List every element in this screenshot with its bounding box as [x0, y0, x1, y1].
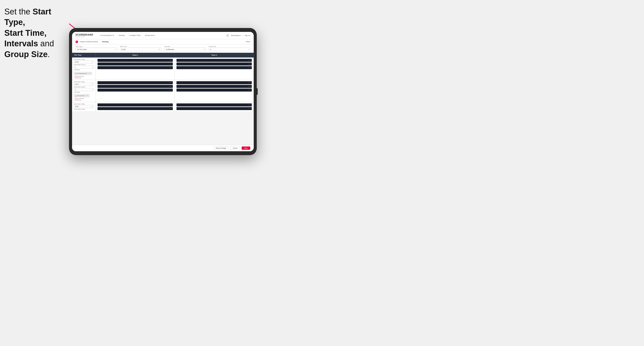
player-edit-icon[interactable]: ○: [250, 67, 251, 68]
player-x-icon[interactable]: ×: [170, 108, 170, 109]
player-edit-icon[interactable]: ○: [171, 82, 172, 83]
highlight-group-size: Group Size: [4, 50, 48, 59]
start-time-select[interactable]: 10:00 ⏱: [120, 48, 162, 51]
intervals-value: 10 Minutes: [166, 48, 174, 50]
tablet-screen: SCOREBOARD Powered by clippd TOURNAMENTS…: [72, 32, 254, 151]
player-x-icon[interactable]: ×: [170, 86, 170, 87]
group-3-left: STARTING TIME: 10:20 ⏱ STARTING HOLE:: [72, 102, 96, 112]
intervals-select[interactable]: 10 Minutes ▾: [164, 48, 206, 51]
back-button[interactable]: ‹ Back: [245, 41, 250, 43]
player-edit-icon[interactable]: ○: [250, 60, 251, 61]
player-x-icon[interactable]: ×: [248, 82, 250, 83]
start-time-group: Start Time 10:00 ⏱: [120, 46, 162, 51]
group-2-team1: × ○ × ○ × ○: [96, 80, 175, 102]
player-x-icon[interactable]: ×: [248, 60, 250, 61]
nav-teams[interactable]: TEAMS: [118, 34, 125, 37]
player-x-icon[interactable]: ×: [170, 82, 170, 83]
col-header-team1: Team 1: [96, 53, 175, 57]
group-1-team1: × ○ × ○ × ○: [96, 57, 175, 80]
player-edit-icon[interactable]: ○: [250, 63, 251, 65]
start-type-select[interactable]: 1st Tee Start ▾: [76, 48, 117, 51]
col-header-tee-time: Tee Time: [72, 53, 96, 57]
cancel-button[interactable]: Cancel: [230, 146, 240, 150]
group-2-hole-label: STARTING HOLE:: [74, 86, 94, 88]
player-edit-icon[interactable]: ○: [171, 67, 172, 68]
player-edit-icon[interactable]: ○: [171, 63, 172, 65]
logo-sub: Powered by clippd: [76, 36, 93, 37]
group-2-add-group[interactable]: + Add Group: [74, 99, 94, 101]
player-x-icon[interactable]: ×: [248, 108, 250, 109]
player-edit-icon[interactable]: ○: [171, 104, 172, 106]
start-time-label: Start Time: [120, 46, 162, 47]
group-size-value: 3: [210, 48, 211, 50]
player-x-icon[interactable]: ×: [170, 63, 170, 65]
group-3-time-input[interactable]: 10:20 ⏱: [74, 105, 94, 108]
nav-rankings[interactable]: RANKINGS: [145, 34, 155, 37]
group-2-course-label: COURSE:: [74, 92, 94, 93]
group-1-left: STARTING TIME: 10:00 ⏱ STARTING HOLE: 1 …: [72, 57, 96, 80]
player-x-icon[interactable]: ×: [248, 63, 250, 65]
group-1-remove-group[interactable]: ○Remove Group: [74, 76, 94, 77]
reset-changes-button[interactable]: Reset Changes: [214, 146, 229, 150]
group-2-course-edit[interactable]: ✎: [87, 95, 88, 97]
player-edit-icon[interactable]: ○: [171, 89, 172, 91]
group-1-team2: × ○ × ○ × ○: [175, 57, 254, 80]
group-2-team1-player3: × ○: [98, 89, 173, 92]
group-2-course-remove-x[interactable]: ×: [86, 95, 86, 97]
group-size-chevron: ▾: [248, 49, 249, 50]
player-x-icon[interactable]: ×: [170, 60, 170, 61]
breadcrumb-section: Hosting: [102, 41, 108, 43]
start-type-chevron: ▾: [115, 49, 116, 50]
course-2-icon: ⛳: [75, 95, 76, 97]
sign-out-link[interactable]: Sign out: [245, 35, 250, 36]
nav-tournaments[interactable]: TOURNAMENTS: [100, 34, 114, 37]
breadcrumb-tournament[interactable]: Clippd Invitational (Mar): [80, 41, 98, 43]
group-2-remove-group[interactable]: ○Remove Group: [74, 98, 94, 99]
table-header: Tee Time Team 1 Team 2: [72, 53, 254, 57]
highlight-intervals: Intervals: [4, 39, 38, 48]
group-size-select[interactable]: 3 ▾: [209, 48, 250, 51]
group-1-course-remove-x[interactable]: ×: [88, 73, 89, 74]
player-edit-icon[interactable]: ○: [250, 82, 251, 83]
controls-row: Start Type 1st Tee Start ▾ Start Time 10…: [72, 44, 254, 53]
instruction-panel: Set the Start Type, Start Time, Interval…: [4, 6, 73, 60]
group-1-course-edit[interactable]: ✎: [90, 73, 91, 74]
group-1-add-group[interactable]: + Add Group: [74, 77, 94, 78]
group-1-course-label: COURSE:: [74, 69, 94, 70]
save-button[interactable]: Save: [242, 147, 250, 150]
player-edit-icon[interactable]: ○: [250, 108, 251, 109]
start-type-value: 1st Tee Start: [77, 48, 87, 50]
group-2-time-input[interactable]: 10:10 ⏱: [74, 83, 94, 86]
player-x-icon[interactable]: ×: [170, 89, 170, 91]
col-header-team2: Team 2: [175, 53, 254, 57]
group-1-team2-player2: × ○: [176, 62, 252, 65]
player-edit-icon[interactable]: ○: [250, 89, 251, 91]
group-2-team2-player2: × ○: [176, 85, 252, 88]
player-x-icon[interactable]: ×: [248, 67, 250, 68]
player-x-icon[interactable]: ×: [248, 104, 250, 106]
nav-committee[interactable]: COMMITTEE: [129, 34, 141, 37]
group-2-hole-input[interactable]: 1 ▾: [74, 88, 94, 91]
course-icon: ⛳: [75, 73, 76, 74]
group-row-1: STARTING TIME: 10:00 ⏱ STARTING HOLE: 1 …: [72, 57, 254, 80]
player-edit-icon[interactable]: ○: [250, 104, 251, 106]
action-bar: Reset Changes Cancel Save: [72, 145, 254, 151]
player-x-icon[interactable]: ×: [248, 89, 250, 91]
start-time-value: 10:00: [122, 48, 126, 50]
player-x-icon[interactable]: ×: [248, 86, 250, 87]
player-edit-icon[interactable]: ○: [171, 108, 172, 109]
group-1-hole-input[interactable]: 1 ▾: [74, 66, 94, 68]
group-2-team1-player1: × ○: [98, 81, 173, 84]
player-edit-icon[interactable]: ○: [171, 86, 172, 87]
player-x-icon[interactable]: ×: [170, 104, 170, 106]
logo-area: SCOREBOARD Powered by clippd: [76, 34, 93, 37]
group-1-team2-player1: × ○: [176, 59, 252, 62]
player-edit-icon[interactable]: ○: [171, 60, 172, 61]
group-3-team2-player2: × ○: [176, 107, 252, 110]
group-1-time-input[interactable]: 10:00 ⏱: [74, 61, 94, 63]
highlight-start-time: Start Time,: [4, 28, 46, 37]
player-edit-icon[interactable]: ○: [250, 86, 251, 87]
player-x-icon[interactable]: ×: [170, 67, 170, 68]
group-1-hole-label: STARTING HOLE:: [74, 64, 94, 65]
nav-separator: |: [242, 35, 243, 36]
